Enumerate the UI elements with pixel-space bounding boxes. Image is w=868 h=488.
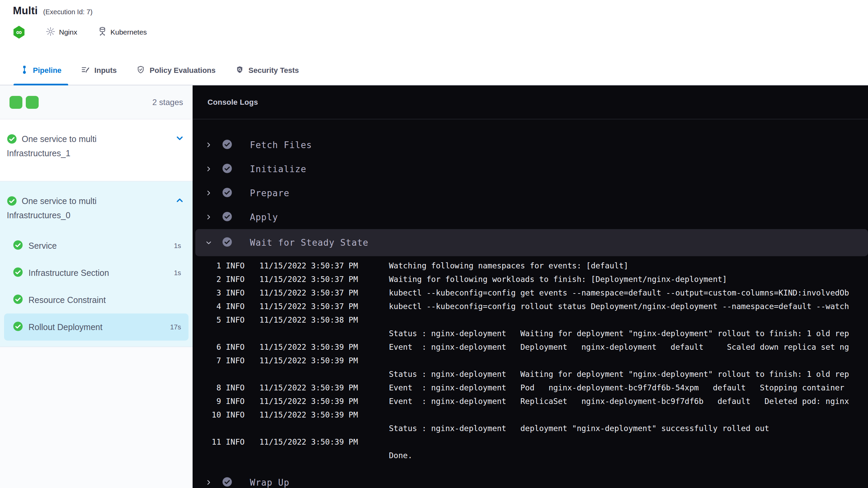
log-line-7: 7INFO11/15/2022 3:50:39 PMStatus : nginx… bbox=[193, 354, 868, 381]
log-message: Status : nginx-deployment Waiting for de… bbox=[389, 327, 868, 340]
log-message: kubectl --kubeconfig=config rollout stat… bbox=[389, 300, 868, 313]
step-duration: 1s bbox=[174, 269, 181, 277]
shield-scan-icon bbox=[235, 65, 244, 76]
page-title: Multi bbox=[13, 5, 38, 17]
console-step-prepare[interactable]: Prepare bbox=[193, 181, 868, 205]
log-level: INFO bbox=[226, 435, 259, 449]
tab-security-tests-label: Security Tests bbox=[249, 66, 299, 75]
log-line-3: 3INFO11/15/2022 3:50:37 PMkubectl --kube… bbox=[193, 286, 868, 300]
log-timestamp: 11/15/2022 3:50:38 PM bbox=[259, 313, 389, 327]
environment-name: Kubernetes bbox=[111, 28, 147, 36]
gear-icon bbox=[45, 26, 56, 38]
console-step-apply[interactable]: Apply bbox=[193, 205, 868, 229]
stage-step-list: Service1sInfrastructure Section1sResourc… bbox=[0, 232, 193, 341]
stage-sidebar: 2 stages One service to multi Infrastruc… bbox=[0, 85, 193, 488]
harness-logo-icon: ∞ bbox=[13, 26, 25, 39]
stage-label-text: One service to multi Infrastructures_0 bbox=[7, 196, 97, 220]
log-line-11: 11INFO11/15/2022 3:50:39 PMDone. bbox=[193, 435, 868, 462]
log-level: INFO bbox=[226, 300, 259, 313]
log-line-4: 4INFO11/15/2022 3:50:37 PMkubectl --kube… bbox=[193, 300, 868, 313]
console-step-fetch-files[interactable]: Fetch Files bbox=[193, 133, 868, 157]
stage-label-text: One service to multi Infrastructures_1 bbox=[7, 134, 97, 158]
log-message bbox=[389, 408, 868, 422]
stage-count-label: 2 stages bbox=[152, 98, 183, 107]
chevron-right-icon[interactable] bbox=[205, 142, 212, 148]
step-success-check-icon bbox=[222, 211, 232, 223]
success-check-icon bbox=[7, 196, 17, 209]
log-timestamp: 11/15/2022 3:50:39 PM bbox=[259, 381, 389, 394]
log-row: 7INFO11/15/2022 3:50:39 PM bbox=[193, 354, 868, 367]
success-check-icon bbox=[13, 267, 23, 279]
log-level: INFO bbox=[226, 340, 259, 354]
log-line-9: 9INFO11/15/2022 3:50:39 PMEvent : nginx-… bbox=[193, 394, 868, 408]
console-step-label: Prepare bbox=[250, 188, 290, 198]
console-header: Console Logs bbox=[193, 85, 868, 119]
tab-pipeline[interactable]: Pipeline bbox=[14, 56, 68, 85]
sidebar-empty-area bbox=[0, 347, 193, 488]
log-timestamp: 11/15/2022 3:50:39 PM bbox=[259, 394, 389, 408]
log-message: Event : nginx-deployment ReplicaSet ngin… bbox=[389, 394, 868, 408]
console-step-label: Wait for Steady State bbox=[250, 238, 369, 248]
console-step-label: Apply bbox=[250, 212, 278, 222]
chevron-right-icon[interactable] bbox=[205, 480, 212, 485]
tab-inputs[interactable]: Inputs bbox=[74, 56, 123, 85]
console-step-list: Fetch FilesInitializePrepareApplyWait fo… bbox=[193, 119, 868, 488]
log-line-number: 10 bbox=[193, 408, 221, 422]
stage-item-infrastructures-0[interactable]: One service to multi Infrastructures_0 bbox=[0, 181, 193, 232]
chevron-right-icon[interactable] bbox=[205, 166, 212, 172]
stage-item-infrastructures-1[interactable]: One service to multi Infrastructures_1 bbox=[0, 119, 193, 181]
sidebar-step-resource-constraint[interactable]: Resource Constraint bbox=[4, 286, 189, 313]
chevron-down-icon[interactable] bbox=[205, 240, 212, 246]
log-message bbox=[389, 313, 868, 327]
sidebar-step-service[interactable]: Service1s bbox=[4, 232, 189, 259]
chevron-up-icon[interactable] bbox=[175, 196, 184, 206]
chevron-down-icon[interactable] bbox=[175, 134, 184, 144]
stage-status-minimap[interactable] bbox=[9, 96, 39, 109]
tab-policy-evaluations[interactable]: Policy Evaluations bbox=[130, 56, 222, 85]
spacer bbox=[193, 466, 868, 470]
chevron-right-icon[interactable] bbox=[205, 214, 212, 220]
log-timestamp: 11/15/2022 3:50:39 PM bbox=[259, 354, 389, 367]
execution-tab-bar: Pipeline Inputs Policy Evaluations bbox=[0, 56, 868, 85]
console-step-initialize[interactable]: Initialize bbox=[193, 157, 868, 181]
tab-policy-evaluations-label: Policy Evaluations bbox=[150, 66, 215, 75]
log-timestamp: 11/15/2022 3:50:37 PM bbox=[259, 272, 389, 286]
success-check-icon bbox=[7, 134, 17, 147]
log-line-2: 2INFO11/15/2022 3:50:37 PMWaiting for fo… bbox=[193, 272, 868, 286]
log-line-number: 1 bbox=[193, 259, 221, 272]
log-line-number: 9 bbox=[193, 394, 221, 408]
log-message: kubectl --kubeconfig=config get events -… bbox=[389, 286, 868, 300]
console-step-wait-for-steady-state[interactable]: Wait for Steady State bbox=[195, 229, 868, 256]
log-row: 9INFO11/15/2022 3:50:39 PMEvent : nginx-… bbox=[193, 394, 868, 408]
success-check-icon bbox=[13, 294, 23, 306]
log-message: Event : nginx-deployment Deployment ngin… bbox=[389, 340, 868, 354]
log-row: 2INFO11/15/2022 3:50:37 PMWaiting for fo… bbox=[193, 272, 868, 286]
console-step-wrap-up[interactable]: Wrap Up bbox=[193, 470, 868, 488]
sidebar-step-rollout-deployment[interactable]: Rollout Deployment17s bbox=[4, 313, 189, 341]
service-meta[interactable]: Nginx bbox=[45, 26, 77, 38]
log-level: INFO bbox=[226, 381, 259, 394]
step-label: Rollout Deployment bbox=[28, 322, 102, 332]
service-name: Nginx bbox=[59, 28, 77, 36]
chevron-right-icon[interactable] bbox=[205, 190, 212, 196]
log-line-1: 1INFO11/15/2022 3:50:37 PMWatching follo… bbox=[193, 259, 868, 272]
log-line-number: 8 bbox=[193, 381, 221, 394]
tab-security-tests[interactable]: Security Tests bbox=[229, 56, 306, 85]
stage-status-square[interactable] bbox=[26, 96, 39, 109]
pipeline-icon bbox=[20, 65, 28, 76]
log-row-continuation: Status : nginx-deployment Waiting for de… bbox=[193, 367, 868, 381]
log-message bbox=[389, 435, 868, 449]
log-line-number: 2 bbox=[193, 272, 221, 286]
log-line-number: 11 bbox=[193, 435, 221, 449]
log-line-6: 6INFO11/15/2022 3:50:39 PMEvent : nginx-… bbox=[193, 340, 868, 354]
stage-status-square[interactable] bbox=[9, 96, 22, 109]
log-row: 10INFO11/15/2022 3:50:39 PM bbox=[193, 408, 868, 422]
sidebar-step-infrastructure-section[interactable]: Infrastructure Section1s bbox=[4, 259, 189, 286]
stage-summary-bar: 2 stages bbox=[0, 85, 193, 119]
step-label: Resource Constraint bbox=[28, 295, 106, 305]
environment-meta[interactable]: Kubernetes bbox=[98, 26, 147, 38]
step-success-check-icon bbox=[222, 139, 232, 151]
stage-label: One service to multi Infrastructures_1 bbox=[7, 133, 153, 159]
shield-check-icon bbox=[136, 65, 145, 76]
console-log-output: 1INFO11/15/2022 3:50:37 PMWatching follo… bbox=[193, 256, 868, 466]
